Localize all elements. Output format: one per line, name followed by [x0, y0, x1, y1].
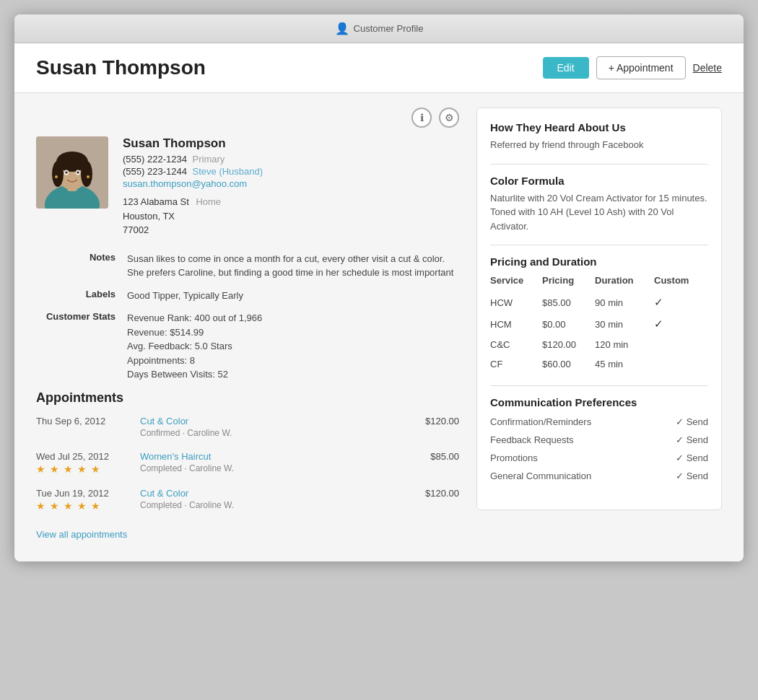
- comm-pref-row: Confirmation/Reminders ✓ Send: [490, 413, 708, 431]
- comm-pref-row: Promotions ✓ Send: [490, 449, 708, 467]
- divider-3: [490, 385, 708, 386]
- header-actions: Edit + Appointment Delete: [543, 56, 723, 79]
- col-service: Service: [490, 272, 542, 292]
- info-card: How They Heard About Us Referred by frie…: [476, 108, 722, 510]
- address-type-label: Home: [196, 196, 221, 207]
- color-formula-title: Color Formula: [490, 175, 708, 187]
- pricing-section: Pricing and Duration Service Pricing Dur…: [490, 255, 708, 374]
- pricing-custom: ✓: [654, 292, 708, 313]
- profile-section: Susan Thompson (555) 222-1234 Primary (5…: [36, 136, 459, 237]
- stats-label: Customer Stats: [36, 311, 116, 322]
- info-icon-button[interactable]: ℹ: [411, 108, 432, 128]
- svg-point-9: [65, 171, 68, 174]
- stats-value: Revenue Rank: 400 out of 1,966 Revenue: …: [127, 311, 459, 382]
- person-icon: 👤: [335, 22, 349, 35]
- comm-label: Promotions: [490, 452, 538, 463]
- pricing-price: $0.00: [542, 313, 595, 335]
- appt-details-2: Women's Haircut Completed · Caroline W.: [140, 451, 391, 473]
- profile-info: Susan Thompson (555) 222-1234 Primary (5…: [123, 136, 459, 237]
- profile-name: Susan Thompson: [123, 136, 459, 151]
- appt-date-1: Thu Sep 6, 2012: [36, 416, 130, 426]
- comm-pref-title: Communication Preferences: [490, 396, 708, 408]
- pricing-row: HCM $0.00 30 min ✓: [490, 313, 708, 335]
- profile-email[interactable]: susan.thompson@yahoo.com: [123, 178, 459, 189]
- pricing-custom: ✓: [654, 313, 708, 335]
- add-appointment-button[interactable]: + Appointment: [596, 56, 686, 79]
- appt-sub-3: Completed · Caroline W.: [140, 500, 391, 510]
- avatar-image: [36, 136, 108, 209]
- pricing-service: CF: [490, 354, 542, 374]
- labels-value: Good Tipper, Typically Early: [127, 289, 459, 303]
- edit-button[interactable]: Edit: [543, 57, 589, 79]
- comm-send: ✓ Send: [676, 471, 708, 481]
- info-rows: Notes Susan likes to come in once a mont…: [36, 252, 459, 382]
- notes-label: Notes: [36, 252, 116, 263]
- divider-1: [490, 164, 708, 165]
- pricing-table: Service Pricing Duration Custom HCW $85.…: [490, 272, 708, 374]
- pricing-custom: [654, 335, 708, 354]
- appt-price-2: $85.00: [401, 451, 459, 462]
- appt-date-2: Wed Jul 25, 2012: [36, 451, 130, 462]
- appointment-item-3: Tue Jun 19, 2012 ★ ★ ★ ★ ★ Cut & Color C…: [36, 488, 459, 512]
- pricing-duration: 90 min: [595, 292, 654, 313]
- pricing-custom: [654, 354, 708, 374]
- delete-button[interactable]: Delete: [693, 62, 722, 74]
- col-pricing: Pricing: [542, 272, 595, 292]
- pricing-row: C&C $120.00 120 min: [490, 335, 708, 354]
- appt-sub-1: Confirmed · Caroline W.: [140, 428, 391, 438]
- appointments-section: Appointments Thu Sep 6, 2012 Cut & Color…: [36, 390, 459, 540]
- svg-point-5: [52, 161, 64, 187]
- appt-price-1: $120.00: [401, 416, 459, 426]
- comm-send: ✓ Send: [676, 416, 708, 427]
- how-heard-title: How They Heard About Us: [490, 121, 708, 134]
- color-formula-text: Naturlite with 20 Vol Cream Activator fo…: [490, 191, 708, 234]
- how-heard-text: Referred by friend through Facebook: [490, 138, 708, 152]
- primary-label: Primary: [193, 154, 225, 165]
- comm-send: ✓ Send: [676, 452, 708, 463]
- appt-details-1: Cut & Color Confirmed · Caroline W.: [140, 416, 391, 438]
- svg-point-6: [81, 161, 92, 187]
- appt-price-3: $120.00: [401, 488, 459, 499]
- labels-row: Labels Good Tipper, Typically Early: [36, 289, 459, 303]
- pricing-row: HCW $85.00 90 min ✓: [490, 292, 708, 313]
- labels-label: Labels: [36, 289, 116, 299]
- appointment-item-2: Wed Jul 25, 2012 ★ ★ ★ ★ ★ Women's Hairc…: [36, 451, 459, 475]
- profile-address: 123 Alabama St Home Houston, TX 77002: [123, 195, 459, 237]
- col-duration: Duration: [595, 272, 654, 292]
- appt-date-col-3: Tue Jun 19, 2012 ★ ★ ★ ★ ★: [36, 488, 130, 512]
- app-window: 👤 Customer Profile Susan Thompson Edit +…: [14, 14, 744, 561]
- appt-service-2[interactable]: Women's Haircut: [140, 451, 391, 462]
- view-all-link[interactable]: View all appointments: [36, 529, 127, 540]
- notes-value: Susan likes to come in once a month for …: [127, 252, 459, 280]
- right-panel: How They Heard About Us Referred by frie…: [476, 108, 722, 540]
- appt-stars-3: ★ ★ ★ ★ ★: [36, 500, 130, 512]
- left-panel: ℹ ⚙: [36, 108, 459, 540]
- col-custom: Custom: [654, 272, 708, 292]
- comm-label: General Communication: [490, 471, 591, 481]
- appt-service-3[interactable]: Cut & Color: [140, 488, 391, 499]
- content-area: ℹ ⚙: [14, 93, 744, 561]
- svg-point-12: [87, 175, 90, 178]
- pricing-price: $120.00: [542, 335, 595, 354]
- secondary-label: Steve (Husband): [193, 166, 263, 177]
- title-bar: 👤 Customer Profile: [14, 14, 744, 43]
- top-icons: ℹ ⚙: [36, 108, 459, 128]
- avatar: [36, 136, 108, 209]
- appt-date-3: Tue Jun 19, 2012: [36, 488, 130, 499]
- settings-icon-button[interactable]: ⚙: [439, 108, 459, 128]
- pricing-row: CF $60.00 45 min: [490, 354, 708, 374]
- customer-name: Susan Thompson: [36, 56, 206, 79]
- comm-pref-row: Feedback Requests ✓ Send: [490, 431, 708, 449]
- pricing-service: HCW: [490, 292, 542, 313]
- appointments-title: Appointments: [36, 390, 459, 406]
- comm-label: Confirmation/Reminders: [490, 416, 591, 427]
- pricing-price: $60.00: [542, 354, 595, 374]
- info-icon: ℹ: [420, 112, 424, 123]
- divider-2: [490, 245, 708, 245]
- pricing-duration: 30 min: [595, 313, 654, 335]
- appt-service-1[interactable]: Cut & Color: [140, 416, 391, 426]
- appt-details-3: Cut & Color Completed · Caroline W.: [140, 488, 391, 510]
- appt-sub-2: Completed · Caroline W.: [140, 463, 391, 473]
- pricing-title: Pricing and Duration: [490, 255, 708, 268]
- comm-pref-section: Communication Preferences Confirmation/R…: [490, 396, 708, 485]
